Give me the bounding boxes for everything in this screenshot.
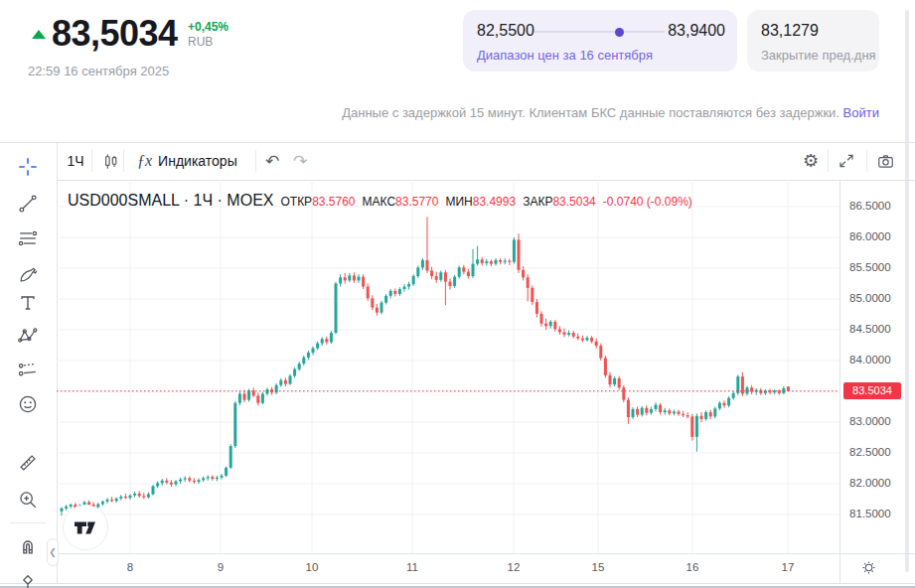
axis-settings-button[interactable] [860,559,877,580]
indicators-button[interactable]: ƒx Индикаторы [129,147,245,175]
fullscreen-icon [838,152,855,170]
toolbar-divider [91,150,92,172]
x-axis-label: 8 [127,561,133,573]
y-axis-label: 84.0000 [849,354,891,366]
legend-high: МАКС83.5770 [363,192,439,210]
chart-legend: USD000SMALL · 1Ч · MOEX ОТКР83.5760 МАКС… [68,192,692,210]
y-axis-label: 84.5000 [849,323,891,335]
x-axis-label: 10 [306,561,319,573]
legend-close: ЗАКР83.5034 [523,192,596,210]
tool-zoom-in[interactable] [12,484,44,515]
parallel-lines-icon [17,227,39,249]
x-axis-label: 16 [686,561,699,573]
legend-low: МИН83.4993 [445,192,516,210]
trading-page: 83,5034 +0,45% RUB 22:59 16 сентября 202… [0,0,915,588]
legend-change: -0.0740 (-0.09%) [603,195,692,209]
range-low: 82,5500 [477,22,534,40]
undo-button[interactable]: ↶ [260,147,284,175]
tool-forecast[interactable] [12,354,44,385]
price-axis[interactable]: 86.500086.000085.500085.000084.500084.00… [839,180,915,553]
magnet-icon [17,535,39,557]
x-axis-label: 17 [782,561,795,573]
tool-trend-line[interactable] [12,188,44,220]
y-axis-label: 85.0000 [849,292,891,304]
range-high: 83,9400 [668,22,725,40]
zoom-in-icon [17,489,39,511]
x-axis-label: 9 [218,561,224,573]
redo-button[interactable]: ↷ [288,147,312,175]
ruler-icon [17,452,39,474]
snapshot-button[interactable] [872,147,898,175]
indicators-label: Индикаторы [158,153,237,169]
toolbar-divider [123,150,124,172]
fx-icon: ƒx [137,152,152,170]
price-up-triangle-icon [32,30,46,39]
forecast-icon [17,359,39,380]
tool-ruler[interactable] [12,447,44,479]
y-axis-label: 86.0000 [849,230,891,242]
chart-type-button[interactable] [96,147,124,175]
chart-pane[interactable] [57,180,839,553]
range-slider-track [534,31,665,33]
tradingview-logo-icon [74,520,97,535]
interval-label: 1Ч [67,153,83,169]
currency-label: RUB [188,35,213,49]
y-axis-label: 85.5000 [849,261,891,273]
current-price-axis-label: 83.5034 [843,382,901,399]
sidebar-divider [10,522,47,523]
quote-timestamp: 22:59 16 сентября 2025 [28,64,169,78]
tool-edit[interactable] [12,568,44,588]
price-change-percent: +0,45% [188,20,229,34]
chevron-left-icon: ❮ [49,547,57,557]
trend-line-icon [17,193,39,215]
axis-gear-icon [860,559,877,576]
widget-top-border [0,142,915,143]
toolbar-divider [866,150,867,172]
prev-close-caption: Закрытие пред.дня [761,48,876,63]
brush-icon [17,264,39,286]
redo-icon: ↷ [293,151,307,172]
tool-xabcd-pattern[interactable] [12,320,44,352]
price-range-card: 82,5500 83,9400 Диапазон цен за 16 сентя… [463,10,737,72]
delay-notice: Данные с задержкой 15 минут. Клиентам БК… [342,105,879,120]
prev-close-value: 83,1279 [761,22,819,40]
tool-magnet[interactable] [12,530,44,562]
x-axis-label: 11 [406,561,418,573]
pencil-icon [17,573,39,588]
camera-icon [876,152,895,171]
tool-text[interactable] [12,287,44,319]
toolbar-divider [255,150,256,172]
xabcd-pattern-icon [17,325,39,347]
time-axis[interactable]: 89101112151617 [57,553,839,583]
tradingview-logo[interactable] [63,505,108,550]
y-axis-label: 86.5000 [849,200,891,212]
range-slider-dot [615,28,624,37]
y-axis-label: 82.5000 [849,446,891,458]
gear-icon: ⚙ [803,150,819,172]
widget-bottom-border [0,583,915,584]
undo-icon: ↶ [265,151,279,172]
y-axis-label: 82.0000 [849,477,891,489]
candles-icon [101,152,120,171]
x-axis-label: 12 [508,561,521,573]
settings-button[interactable]: ⚙ [798,147,824,175]
y-axis-label: 81.5000 [849,508,891,519]
emoji-smiley-icon [17,393,39,415]
y-axis-label: 83.0000 [849,415,891,427]
delay-notice-text: Данные с задержкой 15 минут. Клиентам БК… [342,105,839,120]
current-price: 83,5034 [52,13,178,55]
symbol-title[interactable]: USD000SMALL · 1Ч · MOEX [68,192,273,210]
tool-parallel-lines[interactable] [12,222,44,254]
interval-button[interactable]: 1Ч [62,147,89,175]
tool-emoji[interactable] [12,388,44,420]
login-link[interactable]: Войти [843,105,879,120]
fullscreen-button[interactable] [834,147,859,175]
toolbar-divider [828,150,829,172]
prev-close-card: 83,1279 Закрытие пред.дня [747,10,879,72]
tool-crosshair[interactable] [12,151,44,183]
text-icon [17,292,39,314]
x-axis-label: 15 [592,561,605,573]
range-caption: Диапазон цен за 16 сентября [477,48,653,63]
crosshair-icon [17,156,39,178]
screen-bottom-edge [0,586,915,588]
